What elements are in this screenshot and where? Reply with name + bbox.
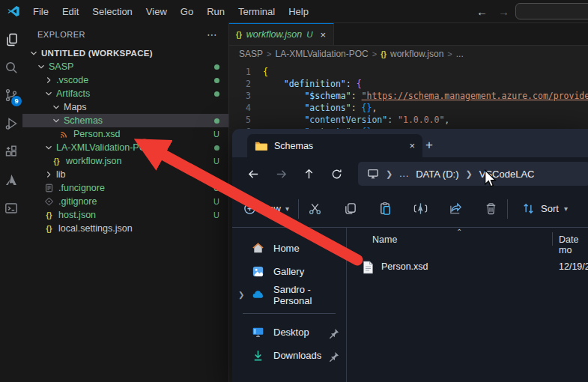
nav-item-downloads[interactable]: Downloads [232,344,346,367]
address-ellipsis[interactable]: ... [399,169,409,179]
vscode-logo-icon [7,4,20,18]
new-tab-icon[interactable]: + [425,138,433,153]
tree-item-local-settings-json[interactable]: {}local.settings.json [22,222,228,235]
paste-icon[interactable] [378,201,392,216]
tree-item-lib[interactable]: lib [22,168,228,181]
nav-item-home[interactable]: Home [232,237,346,260]
code-line: 4 "actions": {}, [228,102,588,114]
tree-item-schemas[interactable]: Schemas [22,114,228,127]
tree-item-label: local.settings.json [58,223,133,234]
file-tree: UNTITLED (WORKSPACE)SASP.vscodeArtifacts… [22,46,228,235]
forward-icon[interactable] [267,163,295,185]
tree-item--vscode[interactable]: .vscode [22,73,228,87]
menu-selection[interactable]: Selection [85,6,139,17]
breadcrumb-item[interactable]: ... [456,49,464,59]
column-divider[interactable] [552,232,553,246]
tab-label: workflow.json [246,29,302,40]
breadcrumb-item[interactable]: SASP [239,49,263,59]
menu-go[interactable]: Go [174,6,200,17]
sort-button[interactable]: Sort ▾ [521,201,568,216]
menu-help[interactable]: Help [282,6,315,17]
chevron-down-icon: ▾ [564,204,568,213]
delete-icon[interactable] [484,201,498,216]
tab-dirty-indicator: U [306,30,312,39]
refresh-icon[interactable] [323,163,351,185]
tree-item-untitled-workspace-[interactable]: UNTITLED (WORKSPACE) [22,46,228,60]
tree-item-label: Maps [64,102,87,112]
history-forward-icon[interactable]: → [498,5,509,18]
menu-view[interactable]: View [139,6,174,17]
new-button-label: New [261,203,281,214]
gallery-icon [252,265,264,278]
source-control-icon[interactable]: 9 [0,82,22,108]
explorer-tab-strip: Schemas × + [232,129,588,157]
menu-file[interactable]: File [26,6,55,17]
tree-item-la-xmlvalidation-poc[interactable]: LA-XMLValidation-POC [22,141,228,154]
tab-close-icon[interactable]: × [409,140,415,151]
rename-icon[interactable] [413,201,428,216]
nav-item-desktop[interactable]: Desktop [232,321,346,344]
search-icon[interactable] [0,55,22,80]
address-crumb-folder[interactable]: VSCodeLAC [479,169,535,180]
tree-item-workflow-json[interactable]: {}workflow.jsonU [22,154,228,168]
cut-icon[interactable] [308,201,322,216]
explorer-title: EXPLORER [37,30,85,39]
tree-item-label: Artifacts [56,88,90,99]
activity-bar: 9 [0,22,23,382]
nav-item-gallery[interactable]: Gallery [232,260,346,283]
nav-item-sandro-personal[interactable]: ❯Sandro - Personal [232,283,346,306]
menu-edit[interactable]: Edit [55,6,85,17]
tab-close-icon[interactable]: × [320,29,326,40]
breadcrumb-item[interactable]: LA-XMLValidation-POC [275,49,368,59]
menu-run[interactable]: Run [200,6,231,17]
file-row-person-xsd[interactable]: Person.xsd 12/19/20 [347,256,588,279]
explorer-nav-bar: ❯ ... DATA (D:) ❯ VSCodeLAC [232,157,588,190]
azure-icon[interactable] [0,167,22,192]
share-icon[interactable] [449,201,463,216]
tree-item-person-xsd[interactable]: Person.xsdU [22,127,228,141]
chevron-down-icon [51,115,64,126]
editor-tab-bar: {} workflow.json U × [228,22,588,46]
nav-item-label: Home [273,243,300,254]
new-button[interactable]: New ▾ [243,201,289,216]
tree-item-sasp[interactable]: SASP [22,60,228,73]
onedrive-icon [252,288,264,301]
explorer-icon[interactable] [0,27,22,52]
tab-workflow-json[interactable]: {} workflow.json U × [228,22,334,45]
code-line: 3 "$schema": "https://schema.management.… [228,90,588,102]
history-back-icon[interactable]: ← [476,5,488,18]
code-line: 2 "definition": { [228,78,588,90]
terminal-panel-icon[interactable] [0,195,22,221]
tree-item-host-json[interactable]: {}host.jsonU [22,208,228,222]
back-icon[interactable] [240,163,267,185]
run-debug-icon[interactable] [0,111,22,136]
xml-file-icon [58,129,73,139]
git-untracked-badge: U [213,184,219,192]
explorer-sidebar: EXPLORER ⋯ UNTITLED (WORKSPACE)SASP.vsco… [22,22,229,382]
chevron-right-icon[interactable]: ❯ [238,291,244,299]
tree-item--gitignore[interactable]: .gitignoreU [22,195,228,208]
menu-terminal[interactable]: Terminal [231,6,282,17]
up-icon[interactable] [295,163,323,185]
command-search-input[interactable] [515,3,588,19]
git-untracked-badge: U [213,130,219,139]
nav-item-label: Sandro - Personal [273,284,346,306]
address-bar[interactable]: ❯ ... DATA (D:) ❯ VSCodeLAC [358,162,588,186]
file-explorer-window: Schemas × + ❯ ... [232,129,588,382]
tree-item-maps[interactable]: Maps [22,100,228,114]
json-brace-icon: {} [236,31,242,39]
pin-icon [327,351,337,360]
tree-item--funcignore[interactable]: .funcignoreU [22,181,228,195]
chevron-down-icon [43,88,56,99]
explorer-more-actions-icon[interactable]: ⋯ [207,28,218,40]
address-crumb-drive[interactable]: DATA (D:) [416,169,458,180]
column-header-name[interactable]: Name [372,234,397,245]
column-header-date[interactable]: Date mo [559,234,588,255]
extensions-icon[interactable] [0,139,22,164]
screen: File Edit Selection View Go Run Terminal… [0,0,588,382]
tree-item-artifacts[interactable]: Artifacts [22,87,228,100]
explorer-tab-schemas[interactable]: Schemas × [247,134,422,157]
code-editor[interactable]: 1{2 "definition": {3 "$schema": "https:/… [228,62,588,138]
copy-icon[interactable] [343,201,357,216]
breadcrumb-item[interactable]: workflow.json [390,49,443,59]
